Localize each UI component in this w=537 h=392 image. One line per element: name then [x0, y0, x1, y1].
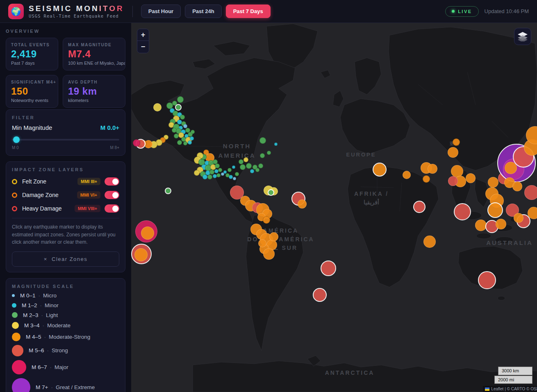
slider-track[interactable]	[12, 139, 119, 140]
earthquake-marker[interactable]	[403, 171, 411, 179]
earthquake-marker[interactable]	[177, 140, 182, 145]
earthquake-marker[interactable]	[423, 175, 430, 183]
earthquake-marker[interactable]	[232, 165, 235, 169]
header-divider	[132, 6, 133, 17]
earthquake-marker[interactable]	[215, 163, 220, 168]
earthquake-marker[interactable]	[524, 185, 537, 200]
earthquake-marker[interactable]	[475, 220, 487, 231]
earthquake-marker[interactable]	[207, 174, 212, 179]
earthquake-marker[interactable]	[496, 219, 506, 229]
earthquake-marker[interactable]	[448, 176, 458, 186]
legend-name: Major	[55, 364, 68, 370]
earthquake-marker[interactable]	[246, 163, 252, 169]
earthquake-marker[interactable]	[321, 261, 336, 276]
zone-toggle[interactable]	[105, 191, 119, 199]
earthquake-marker[interactable]	[174, 134, 179, 138]
earthquake-marker[interactable]	[268, 189, 274, 196]
impact-layer-heavy-damage: Heavy DamageMMI VIII+	[12, 204, 119, 213]
app-header: 🌍 SEISMIC MONITOR USGS Real-Time Earthqu…	[0, 0, 537, 23]
earthquake-marker[interactable]	[267, 151, 271, 155]
earthquake-marker[interactable]	[165, 188, 171, 194]
earthquake-marker[interactable]	[487, 202, 503, 218]
legend-dot-icon	[12, 360, 26, 374]
stat-label: MAX MAGNITUDE	[68, 43, 120, 47]
earthquake-marker[interactable]	[180, 115, 185, 120]
earthquake-marker[interactable]	[240, 164, 246, 170]
slider-min-label: M 0	[12, 145, 19, 150]
earthquake-marker[interactable]	[177, 96, 184, 103]
earthquake-marker[interactable]	[229, 175, 233, 179]
tab-past-hour[interactable]: Past Hour	[141, 5, 181, 18]
earthquake-marker[interactable]	[243, 157, 248, 162]
live-dot-icon	[452, 10, 455, 13]
earthquake-marker[interactable]	[528, 207, 537, 219]
zoom-out-button[interactable]: −	[137, 41, 149, 53]
filter-panel: FILTER Min Magnitude M 0.0+ M 0 M 8+	[6, 109, 125, 156]
earthquake-marker[interactable]	[258, 239, 266, 247]
earthquake-marker[interactable]	[313, 288, 327, 302]
earthquake-marker[interactable]	[260, 153, 265, 158]
slider-thumb[interactable]	[13, 136, 20, 143]
earthquake-marker[interactable]	[175, 104, 182, 111]
earthquake-marker[interactable]	[134, 248, 148, 261]
earthquake-marker[interactable]	[228, 168, 232, 172]
earthquake-marker[interactable]	[298, 199, 307, 208]
earthquake-marker[interactable]	[194, 170, 200, 176]
earthquake-marker[interactable]	[448, 147, 458, 158]
earthquake-marker[interactable]	[454, 203, 471, 220]
earthquake-marker[interactable]	[488, 177, 498, 188]
legend-name: Great / Extreme	[56, 384, 95, 390]
clear-zones-button[interactable]: × Clear Zones	[12, 252, 119, 267]
earthquake-marker[interactable]	[141, 227, 154, 240]
earthquake-marker[interactable]	[209, 170, 214, 174]
zone-ring-icon	[12, 206, 17, 211]
earthquake-marker[interactable]	[274, 143, 278, 146]
earthquake-marker[interactable]	[183, 141, 187, 145]
zone-toggle[interactable]	[105, 204, 119, 213]
earthquake-marker[interactable]	[133, 139, 140, 147]
layers-button[interactable]	[514, 28, 531, 45]
earthquake-marker[interactable]	[512, 181, 522, 191]
tab-past-7-days[interactable]: Past 7 Days	[226, 5, 271, 18]
legend-text: M 4–5·Moderate-Strong	[26, 334, 90, 340]
zone-toggle[interactable]	[105, 177, 119, 186]
world-map[interactable]: NORTH AMERICAEUROPEAFRIKA / أفريقيا亚洲AMÉ…	[131, 23, 537, 392]
earthquake-marker[interactable]	[269, 232, 278, 241]
earthquake-marker[interactable]	[250, 169, 254, 173]
earthquake-marker[interactable]	[233, 177, 236, 180]
earthquake-marker[interactable]	[373, 163, 387, 177]
earthquake-marker[interactable]	[413, 201, 426, 213]
earthquake-marker[interactable]	[191, 130, 195, 134]
overview-stats-grid: TOTAL EVENTS2,419Past 7 daysMAX MAGNITUD…	[6, 38, 125, 108]
zoom-in-button[interactable]: +	[137, 29, 149, 41]
magnitude-slider[interactable]	[12, 136, 119, 143]
earthquake-marker[interactable]	[453, 138, 460, 146]
earthquake-marker[interactable]	[190, 136, 194, 140]
earthquake-marker[interactable]	[235, 172, 239, 176]
close-icon: ×	[44, 256, 48, 262]
earthquake-marker[interactable]	[514, 213, 523, 223]
legend-text: M 0–1·Micro	[20, 292, 57, 299]
earthquake-marker[interactable]	[216, 173, 221, 177]
legend-name: Minor	[45, 302, 59, 308]
earthquake-marker[interactable]	[258, 163, 263, 168]
earthquake-marker[interactable]	[203, 174, 207, 179]
earthquake-marker[interactable]	[153, 103, 162, 111]
legend-item-great-extreme: M 7+·Great / Extreme	[12, 378, 119, 392]
tab-past-24h[interactable]: Past 24h	[185, 5, 221, 18]
earthquake-marker[interactable]	[428, 164, 437, 174]
earthquake-marker[interactable]	[478, 271, 496, 289]
earthquake-marker[interactable]	[423, 236, 436, 248]
stat-sub: Noteworthy events	[11, 98, 53, 103]
earthquake-marker[interactable]	[259, 137, 266, 144]
earthquake-marker[interactable]	[263, 216, 270, 224]
earthquake-marker[interactable]	[188, 140, 192, 145]
earthquake-marker[interactable]	[466, 173, 476, 183]
earthquake-marker[interactable]	[263, 248, 275, 260]
earthquake-marker[interactable]	[218, 168, 222, 172]
legend-range: M 3–4	[24, 322, 40, 329]
earthquake-marker[interactable]	[255, 168, 259, 172]
legend-name: Strong	[52, 347, 68, 353]
earthquake-marker[interactable]	[239, 159, 243, 164]
map-attribution: Leaflet | © CARTO © OSM	[483, 386, 537, 392]
